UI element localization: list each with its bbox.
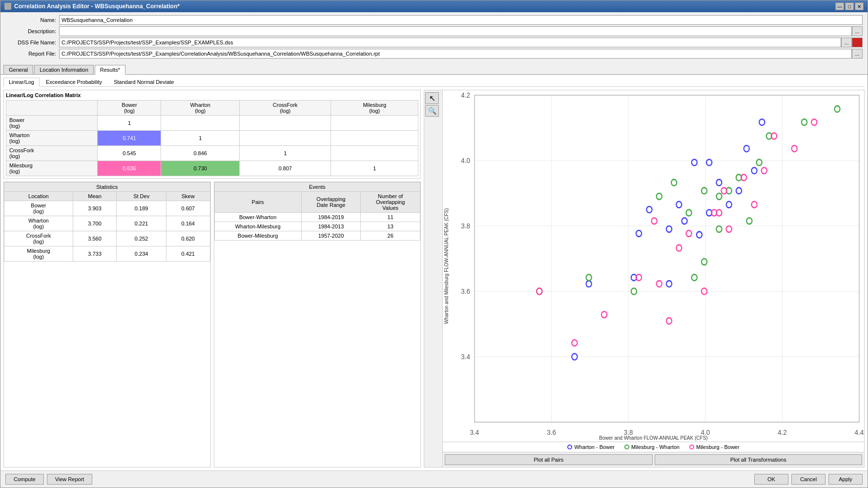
close-button[interactable]: ✕	[855, 2, 864, 10]
chart-tools-sidebar: ↖ 🔍	[424, 90, 443, 467]
select-tool-button[interactable]: ↖	[425, 92, 439, 104]
svg-text:3.4: 3.4	[470, 428, 479, 436]
events-pairs-bower-wharton: Bower-Wharton	[214, 213, 301, 222]
description-field-group: ...	[59, 26, 863, 36]
dss-file-label: DSS File Name:	[5, 40, 59, 45]
compute-button[interactable]: Compute	[5, 474, 44, 485]
description-row: Description: ...	[5, 26, 863, 36]
legend-label-wharton-bower: Wharton - Bower	[574, 444, 615, 450]
chart-actions: Plot all Pairs Plot all Transformations	[443, 452, 864, 467]
stats-loc-wharton: Wharton(log)	[4, 216, 73, 231]
stats-mean-crossfork: 3.560	[73, 231, 117, 246]
events-row-wharton-milesburg: Wharton-Milesburg 1984-2013 13	[214, 222, 420, 231]
report-file-label: Report File:	[5, 51, 59, 57]
svg-point-31	[716, 180, 722, 186]
svg-point-25	[666, 226, 672, 232]
events-row-bower-wharton: Bower-Wharton 1984-2019 11	[214, 213, 420, 222]
stats-stdev-bower: 0.189	[117, 201, 166, 216]
description-label: Description:	[5, 28, 59, 34]
events-title: Events	[214, 183, 420, 192]
svg-point-27	[676, 202, 682, 208]
svg-point-74	[657, 281, 662, 287]
report-file-row: Report File: ...	[5, 49, 863, 59]
subtab-standard-normal-deviate[interactable]: Standard Normal Deviate	[108, 78, 180, 86]
stats-skew-milesburg: 0.421	[166, 246, 210, 262]
plot-all-pairs-button[interactable]: Plot all Pairs	[445, 454, 653, 465]
events-col-date-range: OverlappingDate Range	[301, 192, 361, 213]
statistics-title: Statistics	[4, 183, 210, 192]
tab-results[interactable]: Results*	[95, 65, 125, 75]
scatter-chart: Wharton and Milesburg FLOW-ANNUAL PEAK (…	[443, 90, 864, 442]
svg-point-38	[759, 119, 765, 125]
main-tabs: General Location Information Results*	[0, 63, 868, 75]
content-area: Linear/Log Exceedance Probability Standa…	[0, 75, 868, 470]
description-input[interactable]	[59, 26, 852, 36]
maximize-button[interactable]: □	[845, 2, 854, 10]
svg-text:4.0: 4.0	[461, 156, 470, 164]
footer-right: OK Cancel Apply	[754, 474, 863, 485]
svg-text:3.4: 3.4	[461, 352, 470, 361]
stats-col-skew: Skew	[166, 192, 210, 201]
chart-legend: Wharton - Bower Milesburg - Wharton Mile…	[443, 442, 864, 452]
y-axis-label: Wharton and Milesburg FLOW-ANNUAL PEAK (…	[444, 125, 449, 407]
app-icon	[4, 3, 11, 10]
svg-point-24	[646, 206, 652, 213]
stats-mean-bower: 3.903	[73, 201, 117, 216]
matrix-cell-crossfork-wharton: 0.846	[161, 146, 240, 161]
subtab-exceedance-probability[interactable]: Exceedance Probability	[41, 78, 107, 86]
minimize-button[interactable]: —	[835, 2, 844, 10]
name-label: Name:	[5, 17, 59, 23]
sub-tabs: Linear/Log Exceedance Probability Standa…	[3, 78, 865, 87]
stats-mean-wharton: 3.700	[73, 216, 117, 231]
name-input[interactable]	[59, 15, 863, 25]
chart-panel: ↖ 🔍 Wharton and Milesburg FLOW-ANNUAL PE…	[424, 90, 865, 468]
legend-wharton-bower: Wharton - Bower	[567, 444, 615, 450]
bottom-tables: Statistics Location Mean St Dev Skew	[3, 182, 421, 468]
matrix-cell-milesburg-crossfork: 0.807	[239, 161, 331, 176]
chart-svg: 4.2 4.0 3.8 3.6 3.4 3.4 3.6 3.8 4.0	[475, 95, 859, 422]
view-report-button[interactable]: View Report	[47, 474, 93, 485]
svg-text:3.6: 3.6	[547, 428, 556, 436]
events-count-wharton-milesburg: 13	[361, 222, 420, 231]
matrix-cell-bower-crossfork	[239, 116, 331, 131]
matrix-col-crossfork: CrossFork(log)	[239, 101, 331, 116]
zoom-tool-button[interactable]: 🔍	[425, 105, 439, 117]
svg-point-54	[586, 274, 592, 281]
report-file-input[interactable]	[59, 49, 852, 59]
dss-file-input[interactable]	[59, 38, 841, 47]
dss-browse-button[interactable]: ...	[841, 38, 852, 47]
matrix-cell-milesburg-bower: 0.636	[98, 161, 161, 176]
window-controls: — □ ✕	[835, 2, 864, 10]
plot-all-transformations-button[interactable]: Plot all Transformations	[655, 454, 863, 465]
subtab-linear-log[interactable]: Linear/Log	[3, 78, 40, 87]
matrix-cell-wharton-bower: 0.741	[98, 131, 161, 146]
report-browse-button[interactable]: ...	[852, 49, 863, 59]
svg-point-44	[671, 180, 677, 186]
matrix-cell-crossfork-milesburg	[331, 146, 418, 161]
matrix-col-wharton: Wharton(log)	[161, 101, 240, 116]
tab-location-information[interactable]: Location Information	[34, 65, 94, 74]
stats-row-crossfork: CrossFork(log) 3.560 0.252 0.620	[4, 231, 210, 246]
legend-label-milesburg-bower: Milesburg - Bower	[696, 444, 740, 450]
svg-point-26	[682, 218, 687, 224]
matrix-cell-crossfork-crossfork: 1	[239, 146, 331, 161]
events-table: Events Pairs OverlappingDate Range Numbe…	[214, 182, 421, 241]
svg-point-59	[702, 259, 707, 265]
dss-red-button[interactable]	[852, 38, 863, 47]
cancel-button[interactable]: Cancel	[791, 474, 826, 485]
svg-point-46	[702, 187, 707, 194]
svg-point-56	[802, 119, 807, 125]
matrix-row-header-bower: Bower(log)	[6, 116, 98, 131]
main-window: Correlation Analysis Editor - WBSusqueha…	[0, 0, 868, 488]
window-title: Correlation Analysis Editor - WBSusqueha…	[14, 3, 180, 10]
title-bar: Correlation Analysis Editor - WBSusqueha…	[0, 0, 868, 12]
svg-point-80	[666, 318, 672, 324]
ok-button[interactable]: OK	[754, 474, 788, 485]
stats-skew-crossfork: 0.620	[166, 231, 210, 246]
dss-file-group: ...	[59, 38, 863, 47]
apply-button[interactable]: Apply	[828, 474, 863, 485]
tab-general[interactable]: General	[3, 65, 33, 74]
footer-left: Compute View Report	[5, 474, 92, 485]
svg-text:4.2: 4.2	[461, 91, 470, 99]
description-browse-button[interactable]: ...	[852, 26, 863, 36]
